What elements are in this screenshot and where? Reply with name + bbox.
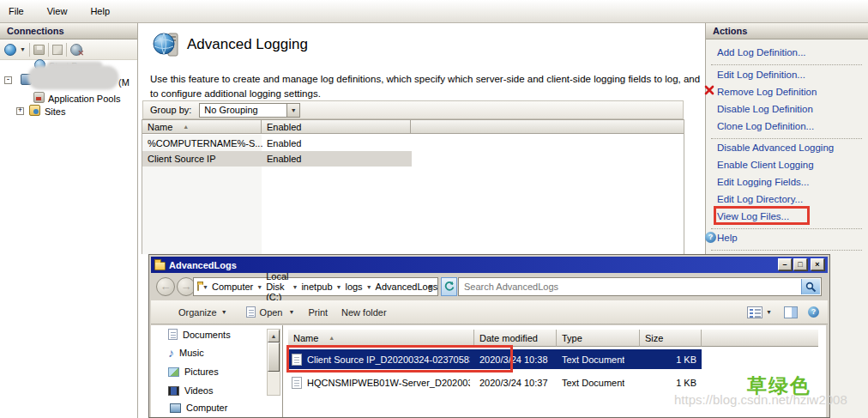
log-definition-row[interactable]: %COMPUTERNAME%-S... Enabled xyxy=(142,136,684,151)
sidebar-item-documents[interactable]: Documents xyxy=(168,329,231,340)
breadcrumb-inetpub[interactable]: inetpub xyxy=(301,282,332,292)
actions-divider xyxy=(711,250,862,251)
computer-icon xyxy=(170,403,181,413)
explorer-help-icon[interactable]: ? xyxy=(808,306,819,318)
maximize-icon[interactable]: □ xyxy=(793,258,807,270)
print-button[interactable]: Print xyxy=(308,307,328,318)
close-icon[interactable]: × xyxy=(811,258,824,270)
new-folder-button[interactable]: New folder xyxy=(341,307,387,318)
menu-help[interactable]: Help xyxy=(90,6,110,16)
action-edit-logging-fields[interactable]: Edit Logging Fields... xyxy=(717,177,809,187)
menu-view[interactable]: View xyxy=(47,6,68,16)
sidebar-item-pictures[interactable]: Pictures xyxy=(168,367,219,377)
sites-icon xyxy=(29,105,40,116)
breadcrumb-computer[interactable]: Computer xyxy=(212,282,253,292)
annotation-rect-view-log-files xyxy=(714,206,810,225)
actions-divider xyxy=(711,228,862,229)
breadcrumb-separator-icon[interactable]: ▼ xyxy=(292,284,298,290)
search-icon[interactable] xyxy=(801,279,820,294)
actions-header: Actions xyxy=(706,23,868,39)
menu-file[interactable]: File xyxy=(9,6,24,16)
breadcrumb[interactable]: ▼ Computer ▼ Local Disk (C:) ▼ inetpub ▼… xyxy=(193,277,438,296)
search-input[interactable] xyxy=(459,278,821,295)
scroll-up-icon[interactable]: ▲ xyxy=(268,330,280,342)
dropdown-arrow-icon[interactable]: ▼ xyxy=(286,104,299,117)
delete-connection-icon[interactable]: ✕ xyxy=(70,44,82,56)
breadcrumb-separator-icon[interactable]: ▼ xyxy=(366,284,372,290)
breadcrumb-separator-icon[interactable]: ▼ xyxy=(202,284,208,290)
connections-toolbar: ▼ ✕ xyxy=(0,39,137,60)
action-help[interactable]: Help xyxy=(717,233,738,243)
page-title: Advanced Logging xyxy=(187,36,308,53)
sidebar-item-videos[interactable]: Videos xyxy=(168,385,213,396)
breadcrumb-local-disk[interactable]: Local Disk (C:) xyxy=(266,271,288,302)
expand-expander-icon[interactable]: + xyxy=(16,107,24,115)
back-icon[interactable]: ← xyxy=(156,277,175,296)
open-file-icon xyxy=(246,306,256,318)
group-by-label: Group by: xyxy=(150,105,191,115)
column-header-enabled[interactable]: Enabled xyxy=(262,119,411,134)
nav-pane-scrollbar[interactable]: ▲ xyxy=(267,329,280,396)
file-row-server-log[interactable]: HQCNSMIPWEB01W-Server_D20200324-023... 2… xyxy=(288,373,702,392)
sort-ascending-icon: ▲ xyxy=(329,335,335,341)
watermark-url: https://blog.csdn.net/hziw2008 xyxy=(674,392,847,407)
annotation-rect-selected-file xyxy=(286,345,513,373)
group-by-bar: Group by: No Grouping ▼ xyxy=(142,100,684,119)
file-column-name[interactable]: Name ▲ xyxy=(288,330,474,347)
preview-pane-icon[interactable] xyxy=(784,306,798,318)
column-header-name[interactable]: Name ▲ xyxy=(142,119,262,134)
actions-divider xyxy=(711,138,862,139)
organize-button[interactable]: Organize xyxy=(178,307,217,318)
log-definition-row[interactable]: Client Source IP Enabled xyxy=(142,151,684,167)
minimize-icon[interactable]: – xyxy=(778,258,792,270)
pictures-icon xyxy=(168,367,179,377)
organize-dropdown-icon[interactable]: ▼ xyxy=(221,309,227,315)
action-clone-log-definition[interactable]: Clone Log Definition... xyxy=(717,121,814,131)
action-edit-log-directory[interactable]: Edit Log Directory... xyxy=(717,194,803,204)
scrollbar-thumb[interactable] xyxy=(268,342,280,372)
change-view-icon[interactable] xyxy=(747,306,763,318)
tree-item-sites[interactable]: Sites xyxy=(45,106,65,117)
connections-header: Connections xyxy=(0,23,137,39)
definitions-list-header: Name ▲ Enabled xyxy=(142,119,684,134)
documents-icon xyxy=(168,329,178,340)
file-column-size[interactable]: Size xyxy=(640,330,702,347)
file-column-type[interactable]: Type xyxy=(557,330,640,347)
action-edit-log-definition[interactable]: Edit Log Definition... xyxy=(717,70,805,80)
text-document-icon xyxy=(292,377,302,389)
action-disable-log-definition[interactable]: Disable Log Definition xyxy=(717,104,813,114)
explorer-titlebar[interactable]: AdvancedLogs – □ × xyxy=(151,257,828,273)
videos-icon xyxy=(168,386,179,396)
connect-dropdown-icon[interactable]: ▼ xyxy=(20,46,26,52)
collapse-expander-icon[interactable]: - xyxy=(4,76,12,84)
group-by-value: No Grouping xyxy=(204,105,257,115)
open-button[interactable]: Open xyxy=(260,307,283,318)
open-dropdown-icon[interactable]: ▼ xyxy=(289,309,295,315)
connect-server-icon[interactable] xyxy=(4,44,16,56)
address-dropdown-icon[interactable]: ▼ xyxy=(427,284,433,290)
sidebar-item-computer[interactable]: Computer xyxy=(170,403,227,413)
file-column-blank xyxy=(702,330,818,347)
refresh-icon[interactable] xyxy=(441,277,457,296)
views-dropdown-icon[interactable]: ▼ xyxy=(766,309,772,315)
tree-item-server-suffix[interactable]: (M xyxy=(118,77,130,88)
advanced-logging-icon xyxy=(153,31,180,58)
action-enable-client-logging[interactable]: Enable Client Logging xyxy=(717,160,814,170)
action-add-log-definition[interactable]: Add Log Definition... xyxy=(717,47,806,58)
sidebar-item-music[interactable]: ♪ Music xyxy=(168,348,204,358)
group-by-dropdown[interactable]: No Grouping ▼ xyxy=(199,103,300,118)
action-disable-advanced-logging[interactable]: Disable Advanced Logging xyxy=(717,142,834,153)
toolbar-separator xyxy=(48,43,49,57)
search-box xyxy=(458,277,822,296)
breadcrumb-separator-icon[interactable]: ▼ xyxy=(256,284,262,290)
rename-icon[interactable] xyxy=(52,45,63,55)
breadcrumb-folder-icon xyxy=(197,284,199,292)
save-connections-icon[interactable] xyxy=(33,45,45,55)
actions-title: Actions xyxy=(713,26,747,36)
action-remove-log-definition[interactable]: Remove Log Definition xyxy=(717,87,817,97)
tree-item-application-pools[interactable]: Application Pools xyxy=(48,94,120,104)
file-column-date-modified[interactable]: Date modified xyxy=(474,330,557,347)
toolbar-separator xyxy=(66,43,67,57)
breadcrumb-logs[interactable]: logs xyxy=(345,282,362,292)
breadcrumb-separator-icon[interactable]: ▼ xyxy=(336,284,342,290)
